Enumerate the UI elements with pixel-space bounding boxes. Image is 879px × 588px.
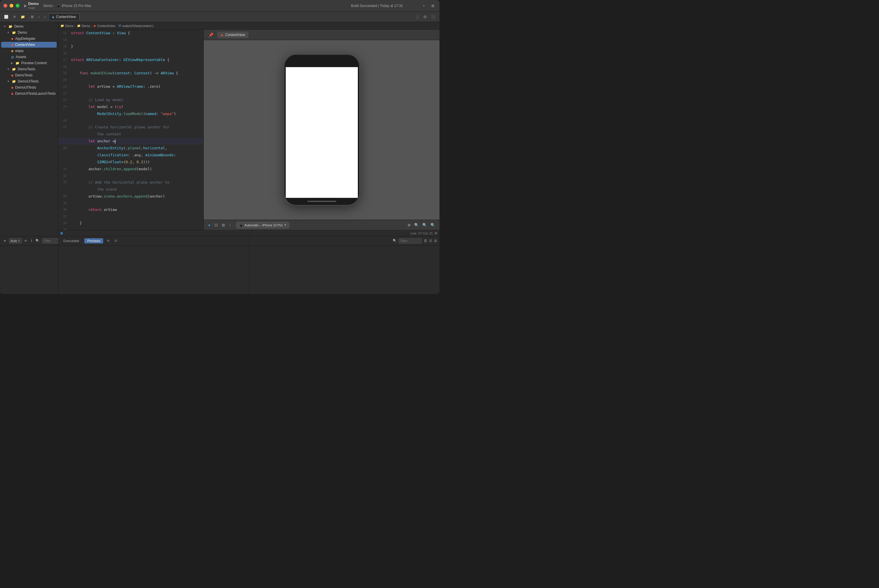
code-line-17: 17 struct ARViewContainer: UIViewReprese… — [58, 56, 203, 63]
breadcrumb-device: 📱 iPhone 15 Pro Max — [56, 4, 91, 8]
preview-playback-controls: ● ⊡ ⊞ ↑ — [207, 222, 232, 228]
preview-tab-contentview[interactable]: ◆ ContentView — [218, 32, 248, 38]
project-name: Demo — [28, 2, 39, 6]
preview-bottom-toolbar: ● ⊡ ⊞ ↑ 📱 Automatic – iPhone 15 Pro ▼ ⊕ — [204, 220, 440, 230]
breadcrumb-m-icon: M — [119, 24, 121, 27]
executable-tab[interactable]: Executable — [60, 238, 82, 243]
tab-bar: ◆ ContentView — [48, 14, 413, 20]
close-button[interactable] — [3, 4, 7, 8]
sidebar-label-demouitests: DemoUITests — [18, 79, 39, 83]
auto-label: Auto — [11, 239, 17, 243]
sidebar-item-contentview[interactable]: ◆ ContentView — [1, 42, 57, 48]
zoom-100-button[interactable]: 🔍 — [421, 222, 428, 228]
split-right-btn[interactable]: ⬚ — [414, 14, 421, 20]
sidebar-toggle[interactable]: ⬜ — [2, 14, 10, 20]
disclosure-icon-demo: ▼ — [7, 31, 10, 34]
zoom-fit-button[interactable]: ⊕ — [406, 222, 412, 228]
iphone-home-area — [285, 198, 359, 205]
code-line-24: 24 let model = try! — [58, 104, 203, 110]
iphone-mockup — [284, 54, 359, 206]
split-btn[interactable]: ⊟ — [422, 14, 428, 20]
sidebar-item-demo[interactable]: ▼ 📁 Demo — [1, 30, 57, 36]
inspector-btn[interactable]: ⬛ — [429, 14, 437, 20]
sidebar-label-demouitestslaunch: DemoUITestsLaunchTests — [15, 92, 56, 96]
editor-status-bar: Line: 27 Col: 21 ⊞ — [58, 230, 440, 236]
demotests-folder-icon: 📁 — [12, 68, 16, 71]
home-indicator — [307, 201, 336, 202]
trash-icon-btn[interactable]: 🗑 — [424, 238, 427, 243]
zoom-out-button[interactable]: 🔍 — [413, 222, 420, 228]
status-dot — [60, 232, 63, 234]
editor-preview-split: 11 struct ContentView : View { 14 15 } — [58, 30, 440, 230]
sidebar-label-demouitests-file: DemoUITests — [15, 86, 36, 90]
sidebar-item-demo-root[interactable]: ▼ 📁 Demo — [1, 24, 57, 29]
grid-right-btn[interactable]: ⊞ — [434, 238, 437, 243]
sidebar-label-contentview: ContentView — [15, 43, 35, 47]
previews-tab[interactable]: Previews — [84, 238, 103, 243]
sidebar-item-preview-content[interactable]: ▶ 📁 Preview Content — [1, 60, 57, 66]
code-line-21: 21 let arView = ARView(frame: .zero) — [58, 83, 203, 90]
disclosure-icon-demouitests: ▼ — [7, 80, 10, 83]
sidebar-item-wepa[interactable]: ◆ wepa — [1, 48, 57, 54]
layout-right-btn[interactable]: ⊟ — [429, 238, 432, 243]
zoom-controls: ⊕ 🔍 🔍 🔍 — [406, 222, 437, 228]
add-bottom-button[interactable]: + — [2, 238, 8, 244]
back-btn[interactable]: ‹ — [37, 14, 41, 20]
xcode-window: ▶ Demo main Demo › 📱 iPhone 15 Pro Max B… — [0, 0, 440, 294]
device-selector[interactable]: 📱 Automatic – iPhone 15 Pro ▼ — [236, 222, 289, 228]
project-subtitle: main — [28, 6, 39, 10]
sidebar-item-demouitests[interactable]: ▼ 📁 DemoUITests — [1, 78, 57, 84]
preview-swift-icon: ◆ — [221, 33, 223, 37]
info-btn[interactable]: ℹ — [30, 238, 33, 243]
share-bottom-btn[interactable]: ⇄ — [113, 238, 118, 243]
code-line-14: 14 — [58, 37, 203, 43]
maximize-button[interactable] — [16, 4, 20, 8]
bottom-sidebar-content — [0, 246, 58, 294]
add-button[interactable]: ＋ — [420, 2, 427, 9]
bottom-editor-area: Executable Previews 👁 ⇄ — [58, 236, 249, 294]
code-line-22: 22 — [58, 90, 203, 96]
eye-icon-btn[interactable]: 👁 — [23, 238, 29, 243]
auto-selector[interactable]: Auto ▼ — [9, 238, 22, 243]
bottom-preview-right: 🔍 🗑 ⊟ ⊞ — [249, 236, 440, 294]
zoom-in-button[interactable]: 🔍 — [429, 222, 437, 228]
layout-button[interactable]: ⊞ — [430, 3, 436, 9]
bc-fn: makeUIView(context:) — [122, 24, 153, 28]
sidebar-item-demotests-file[interactable]: ◆ DemoTests — [1, 72, 57, 78]
code-line-27-anchor: let anchor = — [58, 138, 203, 145]
minimize-button[interactable] — [10, 4, 14, 8]
code-line-35: 35 — [58, 200, 203, 206]
editor-area: 📁 Demo › 📁 Demo › ◆ ContentView › M make… — [58, 22, 440, 236]
titlebar-actions: ＋ ⊞ — [420, 2, 436, 9]
swift-file-icon: ◆ — [11, 37, 14, 40]
filter-icon: 🔍 — [36, 239, 39, 243]
breadcrumb-demo-icon: 📁 — [60, 24, 64, 27]
sidebar-item-demotests[interactable]: ▼ 📁 DemoTests — [1, 66, 57, 72]
code-line-19: 19 func makeUIView(context: Context) -> … — [58, 70, 203, 77]
preview-share-button[interactable]: ↑ — [228, 222, 233, 228]
sidebar-label-demotests: DemoTests — [18, 67, 35, 71]
sidebar-item-appdelegate[interactable]: ◆ AppDelegate — [1, 36, 57, 42]
preview-stop-button[interactable]: ⊡ — [213, 222, 219, 228]
folder-btn[interactable]: 📁 — [19, 14, 27, 20]
code-editor[interactable]: 11 struct ContentView : View { 14 15 } — [58, 30, 203, 230]
contenview-tab[interactable]: ◆ ContentView — [48, 14, 80, 20]
sidebar-item-demouitests-file[interactable]: ◆ DemoUITests — [1, 84, 57, 90]
grid-btn[interactable]: ⊞ — [29, 14, 36, 20]
sidebar-item-demouitestslaunch[interactable]: ◆ DemoUITestsLaunchTests — [1, 91, 57, 96]
bottom-preview-content — [249, 246, 440, 294]
close-tab-btn[interactable]: ✕ — [11, 14, 18, 20]
preview-live-button[interactable]: ● — [207, 222, 212, 228]
code-line-26: 26 — [58, 117, 203, 124]
preview-grid-button[interactable]: ⊞ — [220, 222, 227, 228]
demo-folder-icon: 📁 — [8, 25, 12, 28]
code-line-16: 16 — [58, 50, 203, 56]
forward-btn[interactable]: › — [42, 14, 47, 20]
editor-layout-btn[interactable]: ⊞ — [434, 231, 437, 235]
wepa-icon: ◆ — [11, 49, 14, 53]
preview-pin-button[interactable]: 📌 — [207, 32, 215, 38]
sidebar-item-assets[interactable]: ▤ Assets — [1, 54, 57, 60]
bottom-right-filter-input[interactable] — [398, 238, 422, 243]
code-line-34: 34 arView.scene.anchors.append(anchor) — [58, 193, 203, 200]
eye-bottom-btn[interactable]: 👁 — [105, 238, 111, 243]
